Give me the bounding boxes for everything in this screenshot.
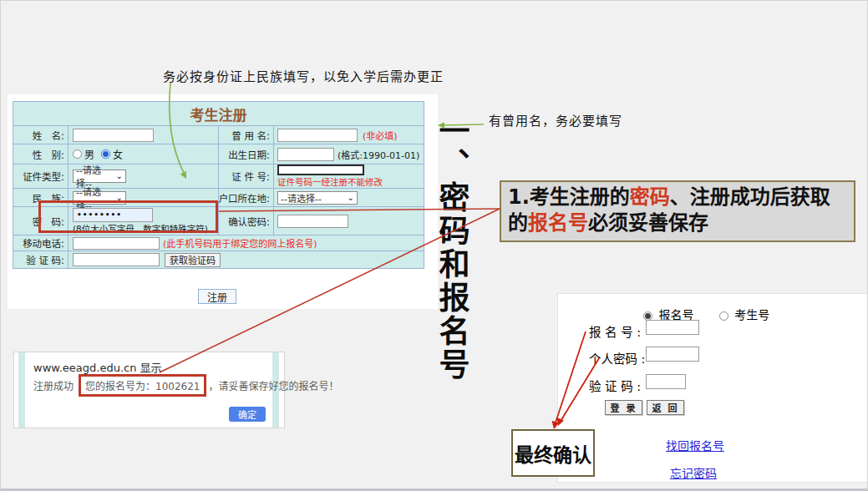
callout-keyword-password: 密码 (630, 185, 670, 209)
callout-text: 必须妥善保存 (588, 211, 708, 235)
former-name-annotation: 有曾用名，务必要填写 (489, 111, 622, 129)
confirm-password-input[interactable] (277, 215, 348, 228)
dialog-body-prefix: 注册成功 (33, 378, 74, 392)
row-mobile: 移动电话: (此手机号码用于绑定您的网上报名号) (13, 235, 424, 251)
dob-label: 出生日期: (219, 144, 274, 164)
login-panel: 报名号 考生号 报 名 号 : 个人密码 : 验 证 码 : 登 录 返 回 (557, 293, 868, 483)
tutorial-page: 务必按身份证上民族填写，以免入学后需办更正 有曾用名，务必要填写 一、密码和报名… (0, 0, 868, 491)
back-button[interactable]: 返 回 (647, 400, 684, 415)
dialog-body: 注册成功 您的报名号为：1002621 ，请妥善保存好您的报名号！ (33, 374, 338, 397)
login-password-label: 个人密码 : (589, 349, 646, 367)
password-callout-box: 1.考生注册的密码、注册成功后获取的报名号必须妥善保存 (500, 180, 855, 242)
chevron-down-icon: ⌄ (116, 172, 123, 180)
captcha-label: 验 证 码: (13, 251, 69, 268)
dob-input[interactable] (277, 148, 334, 161)
dialog-title: www.eeagd.edu.cn 显示 (33, 359, 162, 375)
idtype-select[interactable]: --请选择-- ⌄ (73, 170, 126, 183)
row-ethnicity: 民 族: --请选择-- ⌄ 户口所在地: --请选择-- ⌄ (13, 188, 424, 206)
residence-select[interactable]: --请选择-- ⌄ (277, 191, 358, 205)
get-captcha-button[interactable]: 获取验证码 (165, 253, 221, 267)
male-label: 男 (84, 147, 94, 161)
former-name-note: (非必填) (363, 129, 398, 142)
name-input[interactable] (73, 129, 154, 142)
female-label: 女 (113, 147, 123, 161)
mobile-input[interactable] (73, 237, 160, 250)
former-name-input[interactable] (277, 129, 358, 142)
page-edge-strip (18, 352, 25, 428)
regnumber-highlight-rect: 您的报名号为：1002621 (79, 374, 206, 397)
captcha-input[interactable] (73, 253, 160, 266)
section-title-vertical: 一、密码和报名号 (436, 114, 467, 390)
name-label: 姓 名: (13, 126, 69, 144)
row-password: 密 码: •••••••• (8位大小写字母、数字和特殊字符) 确认密码: (13, 206, 424, 235)
former-name-label: 曾 用 名: (219, 126, 274, 144)
login-regnumber-label: 报 名 号 : (589, 322, 641, 340)
row-gender: 性 别: 男 女 出生日期: (格式:1990-01-01) (13, 144, 424, 164)
idno-label: 证 件 号: (219, 165, 274, 188)
login-button[interactable]: 登 录 (605, 400, 642, 415)
registration-panel: 考生注册 姓 名: 曾 用 名: (非必填) 性 别: 男 女 出生日期: (8, 94, 438, 309)
registration-table: 考生注册 姓 名: 曾 用 名: (非必填) 性 别: 男 女 出生日期: (13, 101, 424, 269)
password-input[interactable]: •••••••• (73, 208, 153, 222)
callout-text: 1.考生注册的 (508, 185, 630, 209)
chevron-down-icon: ⌄ (348, 194, 354, 202)
row-captcha: 验 证 码: 获取验证码 (13, 251, 424, 268)
dob-format-note: (格式:1990-01-01) (338, 148, 419, 161)
password-label: 密 码: (13, 207, 69, 235)
register-button[interactable]: 注册 (198, 289, 236, 304)
login-regnumber-input[interactable] (646, 320, 699, 335)
mobile-note: (此手机号码用于绑定您的网上报名号) (163, 236, 317, 250)
login-captcha-input[interactable] (646, 374, 686, 389)
examnumber-radio[interactable] (719, 311, 728, 321)
login-captcha-label: 验 证 码 : (589, 377, 641, 394)
residence-label: 户口所在地: (219, 189, 274, 206)
callout-keyword-regnumber: 报名号 (528, 211, 588, 235)
final-confirm-box: 最终确认 (511, 429, 595, 477)
confirm-password-label: 确认密码: (219, 207, 274, 235)
gender-label: 性 别: (13, 144, 69, 164)
password-hint: (8位大小写字母、数字和特殊字符) (73, 222, 218, 235)
examnumber-radio-label: 考生号 (734, 308, 769, 321)
forgot-password-link[interactable]: 忘记密码 (670, 464, 717, 481)
chevron-down-icon: ⌄ (116, 194, 123, 202)
registration-title: 考生注册 (13, 102, 424, 125)
row-name: 姓 名: 曾 用 名: (非必填) (13, 125, 424, 144)
female-radio[interactable] (101, 149, 110, 159)
idtype-label: 证件类型: (13, 165, 69, 188)
ethnicity-annotation: 务必按身份证上民族填写，以免入学后需办更正 (163, 67, 444, 84)
dialog-ok-button[interactable]: 确定 (229, 407, 266, 422)
ethnic-label: 民 族: (13, 189, 69, 206)
ethnic-select[interactable]: --请选择-- ⌄ (73, 191, 126, 205)
row-idnumber: 证件类型: --请选择-- ⌄ 证 件 号: 证件号码一经注册不能修改 (13, 164, 424, 188)
login-password-input[interactable] (646, 347, 699, 362)
browser-dialog: www.eeagd.edu.cn 显示 注册成功 您的报名号为：1002621 … (13, 352, 285, 428)
idno-warning: 证件号码一经注册不能修改 (277, 175, 424, 188)
male-radio[interactable] (73, 149, 82, 159)
mobile-label: 移动电话: (13, 235, 69, 251)
idno-input[interactable] (277, 165, 364, 175)
find-regnumber-link[interactable]: 找回报名号 (666, 437, 724, 453)
dialog-body-suffix: ，请妥善保存好您的报名号！ (208, 378, 338, 392)
